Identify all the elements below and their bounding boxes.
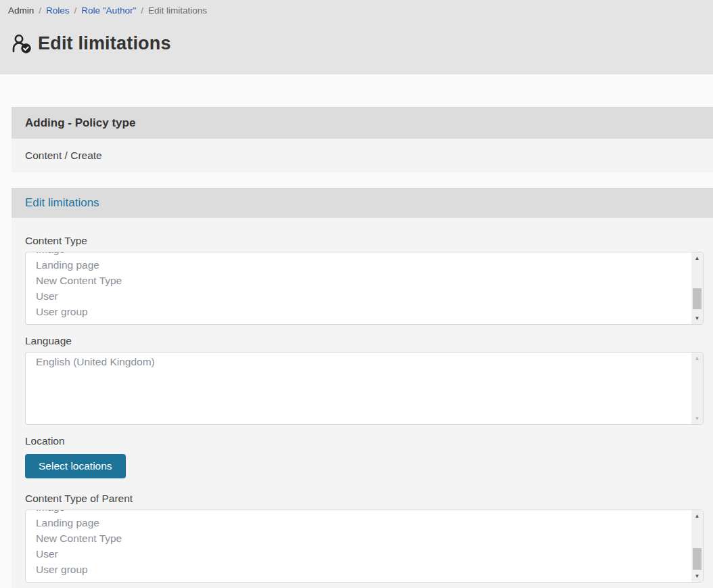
option-image[interactable]: Image xyxy=(36,252,703,257)
scrollbar: ▲ ▼ xyxy=(691,353,703,424)
scroll-up-icon[interactable]: ▲ xyxy=(691,510,703,522)
scrollbar-track[interactable] xyxy=(691,264,703,313)
content-type-options: Image Landing page New Content Type User… xyxy=(26,252,703,319)
content-type-listbox[interactable]: Image Landing page New Content Type User… xyxy=(25,252,704,325)
select-locations-button[interactable]: Select locations xyxy=(25,454,126,478)
scrollbar-track xyxy=(691,364,703,413)
option-new-content-type[interactable]: New Content Type xyxy=(36,530,703,546)
language-group: Language English (United Kingdom) ▲ ▼ xyxy=(25,335,704,425)
option-landing-page[interactable]: Landing page xyxy=(36,515,703,530)
breadcrumb-admin[interactable]: Admin xyxy=(8,5,34,16)
option-english-uk[interactable]: English (United Kingdom) xyxy=(36,354,703,369)
edit-limitations-form: Content Type Image Landing page New Cont… xyxy=(12,218,713,588)
option-user[interactable]: User xyxy=(36,288,703,304)
breadcrumb-separator: / xyxy=(39,5,41,16)
location-label: Location xyxy=(25,435,704,447)
scrollbar-track[interactable] xyxy=(691,522,703,570)
content-type-of-parent-listbox[interactable]: Image Landing page New Content Type User… xyxy=(25,510,704,583)
content-type-of-parent-group: Content Type of Parent Image Landing pag… xyxy=(25,493,704,583)
scrollbar[interactable]: ▲ ▼ xyxy=(691,510,703,582)
language-listbox[interactable]: English (United Kingdom) ▲ ▼ xyxy=(25,352,704,425)
option-landing-page[interactable]: Landing page xyxy=(36,257,703,273)
breadcrumb-separator: / xyxy=(141,5,143,16)
content-type-group: Content Type Image Landing page New Cont… xyxy=(25,235,704,325)
edit-limitations-section-header: Edit limitations xyxy=(12,188,713,218)
page-title-row: Edit limitations xyxy=(11,33,706,54)
scroll-down-icon[interactable]: ▼ xyxy=(691,313,703,324)
scroll-down-icon[interactable]: ▼ xyxy=(691,570,703,582)
scroll-up-icon[interactable]: ▲ xyxy=(691,252,703,264)
policy-type-section: Adding - Policy type Content / Create xyxy=(12,107,713,173)
scroll-up-icon: ▲ xyxy=(691,353,703,364)
main-content: Adding - Policy type Content / Create Ed… xyxy=(0,107,713,588)
option-user[interactable]: User xyxy=(36,546,703,562)
breadcrumb-separator: / xyxy=(74,5,77,16)
option-user-group[interactable]: User group xyxy=(36,562,703,577)
scrollbar-thumb[interactable] xyxy=(693,548,702,570)
breadcrumb-current: Edit limitations xyxy=(148,5,207,16)
language-options: English (United Kingdom) xyxy=(26,353,703,369)
scrollbar-thumb[interactable] xyxy=(693,288,702,309)
policy-type-section-header: Adding - Policy type xyxy=(12,107,713,139)
scroll-down-icon: ▼ xyxy=(691,413,703,424)
option-image[interactable]: Image xyxy=(36,510,703,515)
edit-limitations-section: Edit limitations Content Type Image Land… xyxy=(12,188,713,588)
breadcrumb: Admin / Roles / Role "Author" / Edit lim… xyxy=(7,4,706,16)
policy-type-value: Content / Create xyxy=(12,139,713,173)
option-new-content-type[interactable]: New Content Type xyxy=(36,273,703,288)
breadcrumb-roles[interactable]: Roles xyxy=(46,5,70,16)
breadcrumb-role-author[interactable]: Role "Author" xyxy=(81,5,136,16)
option-user-group[interactable]: User group xyxy=(36,304,703,319)
scrollbar[interactable]: ▲ ▼ xyxy=(691,252,703,324)
location-group: Location Select locations xyxy=(25,435,704,493)
page-header: Admin / Roles / Role "Author" / Edit lim… xyxy=(0,0,713,74)
content-type-label: Content Type xyxy=(25,235,704,247)
language-label: Language xyxy=(25,335,704,347)
content-type-of-parent-options: Image Landing page New Content Type User… xyxy=(26,510,703,577)
content-type-of-parent-label: Content Type of Parent xyxy=(25,493,704,505)
user-check-icon xyxy=(11,34,32,54)
page-title: Edit limitations xyxy=(38,33,171,54)
